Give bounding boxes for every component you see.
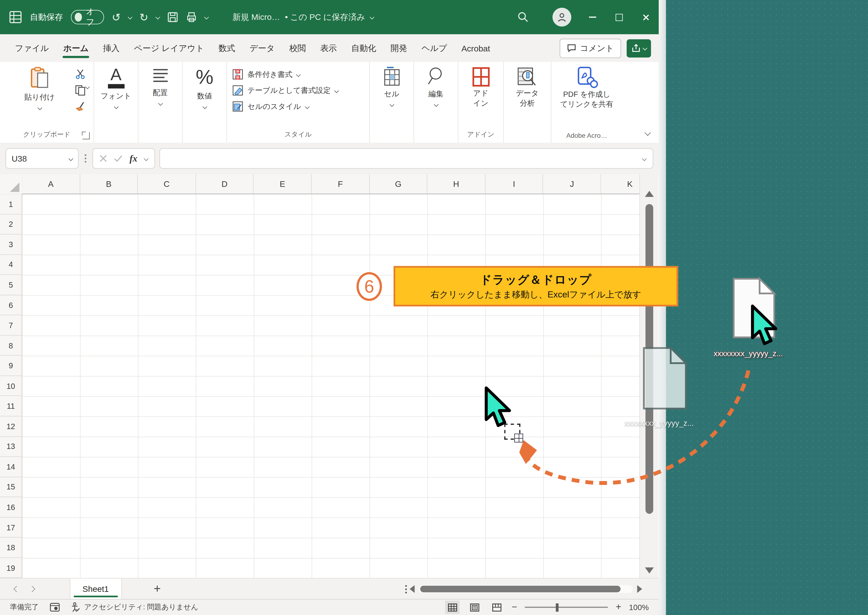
column-header[interactable]: B [80, 174, 138, 194]
avatar[interactable] [552, 8, 571, 27]
zoom-level[interactable]: 100% [629, 603, 649, 612]
paste-dropdown-icon[interactable] [37, 105, 42, 110]
column-header[interactable]: C [138, 174, 196, 194]
row-header[interactable]: 17 [0, 518, 22, 538]
document-title[interactable]: 新規 Micro… [232, 12, 280, 22]
cut-button[interactable] [75, 69, 86, 80]
column-header[interactable]: I [485, 174, 543, 194]
title-dropdown-icon[interactable] [369, 15, 374, 19]
page-break-view-button[interactable] [490, 601, 504, 614]
row-header[interactable]: 18 [0, 538, 22, 558]
zoom-out-button[interactable]: − [512, 602, 517, 613]
scroll-up-icon[interactable] [645, 191, 654, 197]
ribbon-tab[interactable]: ヘルプ [414, 36, 454, 60]
share-button[interactable] [627, 39, 651, 57]
sheet-cells[interactable] [22, 194, 640, 578]
page-layout-view-button[interactable] [468, 601, 482, 614]
macro-record-icon[interactable] [50, 603, 60, 612]
zoom-slider-thumb[interactable] [556, 603, 559, 612]
column-header[interactable]: A [22, 174, 80, 194]
horizontal-scrollbar[interactable] [410, 582, 642, 596]
ribbon-collapse-icon[interactable] [644, 130, 651, 136]
name-box-dropdown-icon[interactable] [69, 156, 73, 161]
row-header[interactable]: 14 [0, 457, 22, 477]
ghost-file-icon[interactable] [641, 346, 689, 411]
quick-access-more-icon[interactable] [204, 15, 209, 19]
horizontal-scroll-thumb[interactable] [420, 586, 621, 592]
undo-icon[interactable]: ↺ [112, 12, 121, 22]
column-header[interactable]: E [254, 174, 312, 194]
ribbon-tab[interactable]: 開発 [383, 36, 414, 60]
ribbon-tab[interactable]: Acrobat [454, 37, 497, 59]
horizontal-scroll-track[interactable] [419, 585, 633, 593]
addins-button[interactable]: アド イン [471, 66, 491, 109]
ribbon-tab[interactable]: 表示 [313, 36, 344, 60]
name-box[interactable]: U38 [6, 148, 78, 169]
select-all-corner[interactable] [0, 174, 23, 195]
sheet-tab[interactable]: Sheet1 [70, 579, 121, 599]
row-header[interactable]: 2 [0, 214, 22, 234]
row-header[interactable]: 16 [0, 497, 22, 518]
formula-input[interactable] [160, 148, 653, 169]
column-header[interactable]: K [601, 174, 639, 194]
scroll-left-icon[interactable] [410, 585, 414, 593]
conditional-formatting-button[interactable]: 条件付き書式 [227, 66, 369, 83]
ribbon-tab[interactable]: 校閲 [282, 36, 313, 60]
row-header[interactable]: 4 [0, 254, 22, 275]
undo-dropdown-icon[interactable] [128, 15, 133, 19]
formula-expand-icon[interactable] [642, 156, 647, 161]
number-group-collapsed[interactable]: % 数値 [183, 62, 227, 143]
scroll-right-icon[interactable] [637, 585, 642, 593]
row-header[interactable]: 13 [0, 437, 22, 457]
row-header[interactable]: 3 [0, 234, 22, 254]
clipboard-dialog-launcher-icon[interactable] [83, 132, 90, 139]
ribbon-tab[interactable]: ページ レイアウト [127, 36, 211, 60]
normal-view-button[interactable] [445, 601, 460, 614]
maximize-button[interactable] [606, 0, 632, 34]
create-pdf-share-link-button[interactable]: PDF を作成し てリンクを共有 [560, 66, 613, 109]
ribbon-tab[interactable]: ホーム [56, 36, 96, 60]
ribbon-tab[interactable]: ファイル [8, 36, 56, 60]
insert-function-icon[interactable]: fx [130, 153, 138, 164]
row-header[interactable]: 9 [0, 356, 22, 376]
copy-dropdown-icon[interactable] [85, 84, 90, 89]
cells-group-collapsed[interactable]: セル [370, 62, 414, 143]
ribbon-tab[interactable]: データ [242, 36, 282, 60]
redo-icon[interactable]: ↻ [139, 12, 149, 22]
save-icon[interactable] [167, 12, 178, 23]
autosave-toggle[interactable]: オフ [71, 10, 104, 24]
zoom-in-button[interactable]: + [616, 602, 621, 613]
row-header[interactable]: 5 [0, 275, 22, 295]
add-sheet-button[interactable]: + [154, 582, 161, 596]
cancel-entry-icon[interactable] [100, 155, 107, 162]
column-header[interactable]: G [370, 174, 427, 194]
column-header[interactable]: D [196, 174, 253, 194]
row-header[interactable]: 19 [0, 558, 22, 578]
ribbon-tab[interactable]: 数式 [211, 36, 242, 60]
sheetbar-options-icon[interactable] [405, 585, 407, 587]
format-painter-button[interactable] [75, 101, 86, 112]
comments-button[interactable]: コメント [559, 38, 621, 58]
redo-dropdown-icon[interactable] [155, 15, 160, 19]
row-header[interactable]: 8 [0, 336, 22, 356]
row-header[interactable]: 11 [0, 396, 22, 417]
column-header[interactable]: H [427, 174, 485, 194]
row-header[interactable]: 1 [0, 194, 22, 214]
confirm-entry-icon[interactable] [114, 155, 122, 162]
save-status[interactable]: • この PC に保存済み [285, 12, 365, 22]
data-analysis-button[interactable]: データ 分析 [516, 66, 539, 109]
row-header[interactable]: 10 [0, 376, 22, 396]
accessibility-status[interactable]: アクセシビリティ: 問題ありません [84, 603, 199, 612]
search-icon[interactable] [517, 11, 529, 23]
ribbon-tab[interactable]: 挿入 [96, 36, 127, 60]
sheet-nav-left-icon[interactable] [14, 585, 20, 592]
paste-button[interactable]: 貼り付け [5, 66, 75, 112]
sheet-nav-right-icon[interactable] [29, 585, 35, 592]
column-header[interactable]: J [543, 174, 601, 194]
editing-group-collapsed[interactable]: 編集 [414, 62, 458, 143]
copy-button[interactable] [75, 85, 86, 96]
row-header[interactable]: 6 [0, 295, 22, 315]
ribbon-tab[interactable]: 自動化 [344, 36, 383, 60]
zoom-slider[interactable] [525, 607, 608, 608]
cell-styles-button[interactable]: セルのスタイル [227, 98, 369, 115]
